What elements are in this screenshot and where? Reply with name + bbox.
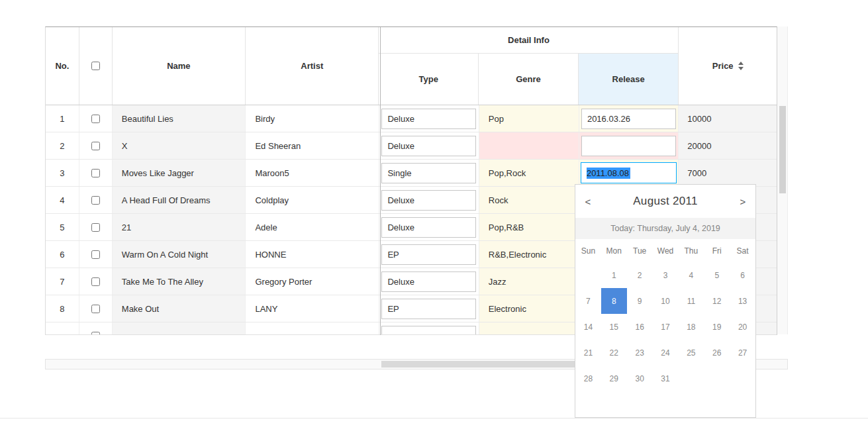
type-input[interactable]: [381, 244, 476, 265]
calendar-day[interactable]: 12: [704, 288, 730, 314]
cell-checkbox: [79, 322, 113, 335]
cell-name: A Head Full Of Dreams: [113, 187, 246, 213]
calendar-day[interactable]: 11: [678, 288, 704, 314]
cell-name: Beautiful Lies: [113, 105, 246, 132]
cell-no: 6: [46, 241, 79, 268]
calendar-day[interactable]: 2: [627, 262, 653, 288]
type-input[interactable]: [381, 109, 476, 129]
header-detail-group: Detail Info Type Genre Release: [379, 27, 679, 105]
type-input[interactable]: [381, 217, 476, 238]
weekday-label: Fri: [704, 246, 730, 256]
calendar-day[interactable]: 9: [627, 288, 653, 314]
calendar-day[interactable]: 15: [601, 314, 627, 340]
row-checkbox[interactable]: [91, 223, 100, 232]
row-checkbox[interactable]: [91, 332, 100, 336]
cell-artist[interactable]: Adele: [246, 214, 379, 240]
type-input[interactable]: [381, 299, 476, 319]
weekday-label: Sun: [575, 246, 601, 256]
header-price-sortable[interactable]: Price: [679, 27, 777, 105]
calendar-day[interactable]: 18: [678, 314, 704, 340]
date-picker-popup: < August 2011 > Today: Thursday, July 4,…: [575, 184, 756, 418]
cell-price: 20000: [679, 132, 777, 159]
cell-genre[interactable]: Pop,R&B: [479, 214, 579, 240]
release-date-input[interactable]: [581, 136, 676, 156]
cell-type: [379, 295, 479, 322]
calendar-day[interactable]: 23: [627, 340, 653, 366]
calendar-week: 7 8 9 10 11 12 13: [575, 288, 755, 314]
calendar-day[interactable]: 5: [704, 262, 730, 288]
cell-genre[interactable]: Electronic: [479, 295, 579, 322]
cell-genre-invalid[interactable]: [479, 132, 579, 159]
cell-genre[interactable]: Pop: [479, 105, 579, 132]
calendar-day[interactable]: 1: [601, 262, 627, 288]
calendar-day[interactable]: 25: [678, 340, 704, 366]
today-banner[interactable]: Today: Thursday, July 4, 2019: [575, 218, 755, 239]
vertical-scrollbar[interactable]: [777, 26, 788, 334]
type-input[interactable]: [381, 163, 476, 183]
weekday-label: Wed: [653, 246, 679, 256]
cell-checkbox: [79, 160, 113, 186]
row-checkbox[interactable]: [91, 142, 100, 150]
calendar-day[interactable]: 21: [575, 340, 601, 366]
row-checkbox[interactable]: [91, 115, 100, 123]
calendar-day[interactable]: 26: [704, 340, 730, 366]
calendar-day[interactable]: 16: [627, 314, 653, 340]
cell-artist[interactable]: Ed Sheeran: [246, 132, 379, 159]
type-input[interactable]: [381, 326, 476, 336]
calendar-day[interactable]: 10: [653, 288, 679, 314]
calendar-day[interactable]: 14: [575, 314, 601, 340]
type-input[interactable]: [381, 136, 476, 156]
calendar-day[interactable]: 20: [730, 314, 755, 340]
row-checkbox[interactable]: [91, 169, 100, 177]
row-checkbox[interactable]: [91, 277, 100, 286]
cell-artist[interactable]: HONNE: [246, 241, 379, 268]
calendar-day[interactable]: 13: [730, 288, 755, 314]
cell-genre[interactable]: [479, 322, 579, 335]
calendar-day-selected[interactable]: 8: [601, 288, 627, 314]
weekday-label: Sat: [730, 246, 755, 256]
prev-month-button[interactable]: <: [577, 185, 599, 218]
cell-type: [379, 160, 479, 186]
cell-genre[interactable]: R&B,Electronic: [479, 241, 579, 268]
cell-type: [379, 187, 479, 213]
next-month-button[interactable]: >: [732, 185, 754, 218]
cell-genre[interactable]: Pop,Rock: [479, 160, 579, 186]
release-date-editing-input[interactable]: 2011.08.08: [581, 162, 677, 183]
cell-artist[interactable]: Coldplay: [246, 187, 379, 213]
type-input[interactable]: [381, 190, 476, 211]
calendar-day[interactable]: 30: [627, 366, 653, 391]
cell-artist[interactable]: [246, 322, 379, 335]
row-checkbox[interactable]: [91, 305, 100, 313]
select-all-checkbox[interactable]: [91, 62, 100, 70]
calendar-day[interactable]: 24: [653, 340, 679, 366]
type-input[interactable]: [381, 271, 476, 292]
grid-header: No. Name Artist Detail Info Type Genre R…: [46, 27, 777, 105]
calendar-day[interactable]: 28: [575, 366, 601, 391]
cell-type: [379, 268, 479, 295]
cell-artist[interactable]: Maroon5: [246, 160, 379, 186]
calendar-day[interactable]: 22: [601, 340, 627, 366]
calendar-day[interactable]: 19: [704, 314, 730, 340]
calendar-day[interactable]: 4: [678, 262, 704, 288]
calendar-day[interactable]: 7: [575, 288, 601, 314]
cell-genre[interactable]: Jazz: [479, 268, 579, 295]
cell-genre[interactable]: Rock: [479, 187, 579, 213]
calendar-day[interactable]: 3: [653, 262, 679, 288]
cell-checkbox: [79, 241, 113, 268]
sort-icon[interactable]: [738, 62, 744, 70]
release-date-input[interactable]: [581, 109, 676, 129]
calendar-day[interactable]: 31: [653, 366, 679, 391]
calendar-day[interactable]: 27: [730, 340, 755, 366]
calendar-day[interactable]: 17: [653, 314, 679, 340]
calendar-title[interactable]: August 2011: [633, 195, 698, 208]
row-checkbox[interactable]: [91, 250, 100, 259]
cell-checkbox: [79, 268, 113, 295]
calendar-day[interactable]: 6: [730, 262, 755, 288]
cell-artist[interactable]: LANY: [246, 295, 379, 322]
cell-artist[interactable]: Birdy: [246, 105, 379, 132]
vertical-scrollbar-thumb[interactable]: [779, 106, 786, 193]
row-checkbox[interactable]: [91, 196, 100, 205]
calendar-day[interactable]: 29: [601, 366, 627, 391]
cell-artist[interactable]: Gregory Porter: [246, 268, 379, 295]
cell-name: Take Me To The Alley: [113, 268, 246, 295]
